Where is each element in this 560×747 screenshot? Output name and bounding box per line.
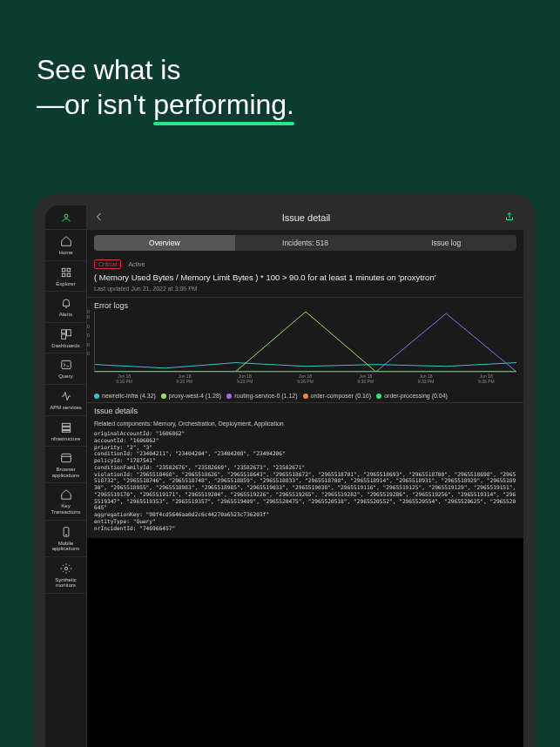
sidebar-item-label: Dashboards <box>51 343 79 349</box>
topbar: Issue detail <box>87 205 523 230</box>
legend-item[interactable]: proxy-west-4 (1.28) <box>161 393 221 399</box>
sidebar-item-browser[interactable]: Browser applications <box>45 447 86 483</box>
bell-icon <box>60 297 72 309</box>
sidebar-item-key[interactable]: Key Transactions <box>45 483 86 520</box>
device-screen: HomeExplorerAlertsDashboardsQueryAPM ser… <box>45 205 523 747</box>
segmented-control: Overview Incidents: 518 Issue log <box>94 235 516 251</box>
y-tick-label: 25.0 <box>87 324 90 329</box>
home-icon <box>60 488 72 501</box>
legend-label: order-composer (0.16) <box>311 393 372 399</box>
y-tick-label: 10.0 <box>87 351 90 356</box>
sidebar-item-label: Query <box>58 374 72 380</box>
y-tick-label: 33.0 <box>87 309 90 314</box>
error-logs-header: Error logs <box>87 297 523 312</box>
grid-icon <box>60 266 72 279</box>
svg-rect-6 <box>66 330 71 336</box>
svg-rect-2 <box>67 268 71 272</box>
sidebar-item-dashboards[interactable]: Dashboards <box>45 323 86 354</box>
hero-headline: See what is —or isn't performing. <box>0 0 560 122</box>
share-icon[interactable] <box>504 210 516 225</box>
legend-item[interactable]: newrelic-infra (4.32) <box>94 393 156 399</box>
sidebar-item-label: Alerts <box>59 312 72 318</box>
issue-details-raw: originalAccountId: "1606862" accountId: … <box>94 430 516 531</box>
legend-label: newrelic-infra (4.32) <box>102 393 156 399</box>
legend-label: order-processing (0.04) <box>384 393 448 399</box>
sidebar-item-label: Home <box>58 250 72 256</box>
series-line <box>95 312 516 372</box>
sidebar-item-mobile[interactable]: Mobile applications <box>45 521 86 557</box>
home-icon <box>60 235 72 247</box>
terminal-icon <box>60 359 72 371</box>
x-tick-label: Jun 189:20 PM <box>154 374 214 384</box>
legend-item[interactable]: routing-service-0 (1.12) <box>226 393 297 399</box>
chart-legend: newrelic-infra (4.32)proxy-west-4 (1.28)… <box>87 389 523 402</box>
profile-icon[interactable] <box>45 205 86 230</box>
svg-rect-9 <box>62 423 70 426</box>
svg-rect-5 <box>61 330 65 333</box>
y-tick-label: 30.0 <box>87 314 90 320</box>
active-badge: Active <box>125 260 148 268</box>
critical-badge: Critical <box>94 259 121 269</box>
legend-item[interactable]: order-processing (0.04) <box>376 393 448 399</box>
tab-overview[interactable]: Overview <box>94 235 235 251</box>
x-tick-label: Jun 189:36 PM <box>456 374 516 384</box>
hero-line1: See what is <box>37 52 560 87</box>
empty-content-area <box>87 538 523 747</box>
cog-icon <box>60 562 72 575</box>
legend-item[interactable]: order-composer (0.16) <box>303 393 372 399</box>
x-tick-label: Jun 189:26 PM <box>275 374 335 384</box>
sidebar-item-label: Synthetic monitors <box>47 577 84 589</box>
svg-point-0 <box>64 214 68 218</box>
sidebar-item-label: Mobile applications <box>47 541 84 552</box>
y-tick-label: 15.0 <box>87 342 90 347</box>
main-panel: Issue detail Overview Incidents: 518 Iss… <box>87 205 523 747</box>
sidebar-item-label: APM services <box>50 405 82 411</box>
hero-underlined-word: performing. <box>153 87 294 122</box>
sidebar-item-query[interactable]: Query <box>45 353 86 385</box>
sidebar-item-home[interactable]: Home <box>45 230 86 261</box>
svg-rect-11 <box>62 430 70 432</box>
svg-rect-4 <box>67 273 71 277</box>
sidebar-item-label: Browser applications <box>47 467 84 478</box>
x-tick-label: Jun 189:23 PM <box>215 374 275 384</box>
y-tick-label: 20.0 <box>87 333 90 338</box>
svg-rect-12 <box>61 454 71 461</box>
last-updated: Last updated Jun 21, 2022 at 3:06 PM <box>87 284 523 297</box>
svg-point-14 <box>65 534 66 535</box>
sidebar-item-infra[interactable]: nfrastructure <box>45 416 86 448</box>
svg-rect-10 <box>62 427 70 429</box>
stack-icon <box>60 421 72 434</box>
tablet-frame: HomeExplorerAlertsDashboardsQueryAPM ser… <box>33 193 536 747</box>
issue-details-header: Issue details <box>87 402 523 417</box>
tab-incidents[interactable]: Incidents: 518 <box>235 235 376 251</box>
back-button[interactable] <box>94 210 108 225</box>
sidebar-item-label: Key Transactions <box>47 503 84 515</box>
hero-line2: —or isn't performing. <box>37 87 560 122</box>
mobile-icon <box>60 526 72 538</box>
svg-rect-1 <box>62 268 65 272</box>
page-title: Issue detail <box>108 212 504 223</box>
legend-dot <box>226 394 232 399</box>
tab-issue-log[interactable]: Issue log <box>375 235 516 251</box>
sidebar-item-alerts[interactable]: Alerts <box>45 292 86 323</box>
sidebar-item-label: Explorer <box>56 281 75 287</box>
related-components: Related components: Memory, Orchestratio… <box>94 421 516 427</box>
svg-rect-8 <box>61 361 71 369</box>
issue-title: ( Memory Used Bytes / Memory Limit Bytes… <box>87 271 523 284</box>
legend-label: routing-service-0 (1.12) <box>234 393 297 399</box>
sidebar-item-synthetic[interactable]: Synthetic monitors <box>45 557 86 594</box>
svg-rect-3 <box>62 273 65 277</box>
legend-dot <box>94 394 99 399</box>
sidebar-item-explorer[interactable]: Explorer <box>45 261 86 293</box>
legend-dot <box>303 394 308 399</box>
browser-icon <box>60 452 72 464</box>
sidebar: HomeExplorerAlertsDashboardsQueryAPM ser… <box>45 205 87 747</box>
status-badges: Critical Active <box>87 256 523 271</box>
dashboard-icon <box>60 328 72 340</box>
legend-dot <box>376 394 381 399</box>
issue-details: Related components: Memory, Orchestratio… <box>87 417 523 535</box>
error-logs-chart: 33.030.025.020.015.010.05.00.0 Jun 189:1… <box>87 312 523 389</box>
sidebar-item-apm[interactable]: APM services <box>45 385 86 416</box>
x-tick-label: Jun 189:30 PM <box>335 374 395 384</box>
x-tick-label: Jun 189:33 PM <box>395 374 455 384</box>
